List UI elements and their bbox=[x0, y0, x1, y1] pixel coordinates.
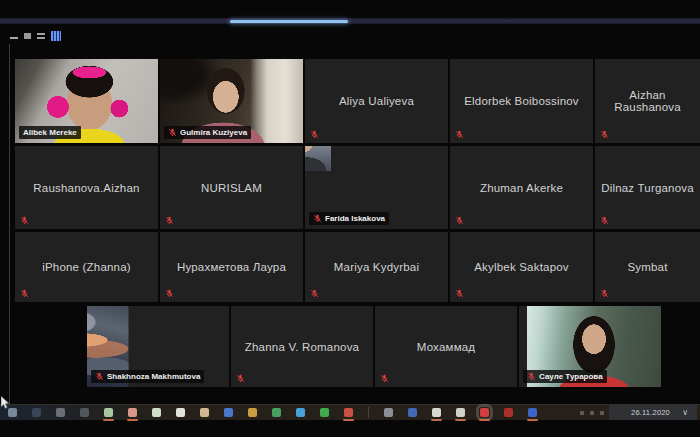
participant-tile[interactable]: Zhanna V. Romanova bbox=[231, 306, 373, 387]
chevron-down-icon[interactable]: ∨ bbox=[682, 405, 688, 420]
participant-row: Raushanova.AizhanNURISLAMFarida Iskakova… bbox=[15, 146, 700, 229]
app-icon-salmon[interactable] bbox=[128, 408, 137, 417]
window-controls bbox=[10, 30, 61, 41]
gallery-view-icon[interactable] bbox=[51, 31, 61, 41]
participant-tile[interactable]: iPhone (Zhanna) bbox=[15, 232, 158, 302]
muted-mic-icon bbox=[20, 216, 29, 225]
folder-icon-yellow[interactable] bbox=[248, 408, 257, 417]
participant-tile[interactable]: NURISLAM bbox=[160, 146, 303, 229]
participant-tile[interactable]: Мохаммад bbox=[375, 306, 517, 387]
whatsapp-icon-green[interactable] bbox=[320, 408, 329, 417]
meeting-window: Alibek MerekeGulmira KuziyevaAliya Ualiy… bbox=[0, 0, 700, 437]
muted-mic-icon bbox=[236, 374, 245, 383]
running-app-underline bbox=[127, 419, 138, 421]
participant-tile[interactable]: Farida Iskakova bbox=[305, 146, 448, 229]
participant-name: Zhanna V. Romanova bbox=[231, 306, 373, 387]
muted-mic-icon bbox=[95, 372, 104, 381]
taskbar-tray-icons[interactable] bbox=[580, 411, 604, 415]
muted-mic-icon bbox=[313, 214, 322, 223]
app-icon-blue[interactable] bbox=[408, 408, 417, 417]
video-feed bbox=[305, 146, 331, 171]
search-icon[interactable] bbox=[32, 408, 41, 417]
browser-icon-blue[interactable] bbox=[224, 408, 233, 417]
app-icon-red[interactable] bbox=[344, 408, 353, 417]
muted-mic-icon bbox=[380, 374, 389, 383]
participant-name: Alibek Mereke bbox=[23, 128, 77, 137]
participant-name: Dilnaz Turganova bbox=[595, 146, 700, 229]
participant-name-label: Gulmira Kuziyeva bbox=[164, 126, 251, 139]
participant-tile[interactable]: Mariya Kydyrbai bbox=[305, 232, 448, 302]
taskbar-date[interactable]: 26.11.2020 bbox=[631, 405, 670, 420]
muted-mic-icon bbox=[600, 289, 609, 298]
app-icon-white[interactable] bbox=[176, 408, 185, 417]
muted-mic-icon bbox=[165, 289, 174, 298]
running-app-underline bbox=[527, 419, 538, 421]
participant-tile[interactable]: Сауле Турарова bbox=[519, 306, 661, 387]
muted-mic-icon bbox=[455, 289, 464, 298]
participant-name-label: Сауле Турарова bbox=[523, 370, 607, 383]
skype-icon-blue[interactable] bbox=[296, 408, 305, 417]
menu-icon[interactable] bbox=[37, 33, 45, 39]
participant-name-label: Shakhnoza Makhmutova bbox=[91, 370, 204, 383]
running-app-underline bbox=[479, 419, 490, 421]
muted-mic-icon bbox=[310, 289, 319, 298]
participant-tile[interactable]: Aliya Ualiyeva bbox=[305, 59, 448, 143]
participant-name: Zhuman Akerke bbox=[450, 146, 593, 229]
participant-tile[interactable]: Akylbek Saktapov bbox=[450, 232, 593, 302]
running-app-underline bbox=[431, 419, 442, 421]
muted-mic-icon bbox=[165, 216, 174, 225]
windows-taskbar: 26.11.2020 ∨ bbox=[0, 404, 700, 420]
muted-mic-icon bbox=[455, 130, 464, 139]
participant-name-label: Alibek Mereke bbox=[19, 126, 81, 139]
app-icon-gray[interactable] bbox=[384, 408, 393, 417]
participant-name-label: Farida Iskakova bbox=[309, 212, 389, 225]
participant-name: iPhone (Zhanna) bbox=[15, 232, 158, 302]
participant-row: Shakhnoza MakhmutovaZhanna V. RomanovaМо… bbox=[87, 306, 661, 387]
participant-row: Alibek MerekeGulmira KuziyevaAliya Ualiy… bbox=[15, 59, 700, 143]
tray-arrow-icon[interactable] bbox=[56, 408, 65, 417]
participant-tile[interactable]: Zhuman Akerke bbox=[450, 146, 593, 229]
participant-name: Symbat bbox=[595, 232, 700, 302]
participant-name: Нурахметова Лаура bbox=[160, 232, 303, 302]
restore-icon[interactable] bbox=[24, 33, 31, 39]
mouse-cursor bbox=[1, 396, 11, 409]
video-progress-fill bbox=[230, 20, 348, 23]
spreadsheet-icon-green[interactable] bbox=[272, 408, 281, 417]
muted-mic-icon bbox=[600, 216, 609, 225]
participant-name: Mariya Kydyrbai bbox=[305, 232, 448, 302]
participant-name: Shakhnoza Makhmutova bbox=[107, 372, 200, 381]
app-icon[interactable] bbox=[80, 408, 89, 417]
participant-name: Akylbek Saktapov bbox=[450, 232, 593, 302]
participant-tile[interactable]: Raushanova.Aizhan bbox=[15, 146, 158, 229]
muted-mic-icon bbox=[20, 289, 29, 298]
app-icon-white[interactable] bbox=[432, 408, 441, 417]
app-icon-white[interactable] bbox=[456, 408, 465, 417]
muted-mic-icon bbox=[168, 128, 177, 137]
app-icon-mint[interactable] bbox=[152, 408, 161, 417]
participant-tile[interactable]: Symbat bbox=[595, 232, 700, 302]
participant-name: Eldorbek Boibossinov bbox=[450, 59, 593, 143]
tray-icon[interactable] bbox=[590, 411, 594, 415]
video-progress-track[interactable] bbox=[0, 18, 700, 24]
participant-tile[interactable]: Dilnaz Turganova bbox=[595, 146, 700, 229]
start-icon[interactable] bbox=[8, 408, 17, 417]
minimize-icon[interactable] bbox=[10, 37, 18, 39]
app-icon-green[interactable] bbox=[104, 408, 113, 417]
participant-tile[interactable]: Aizhan Raushanova bbox=[595, 59, 700, 143]
participant-tile[interactable]: Eldorbek Boibossinov bbox=[450, 59, 593, 143]
participant-name: Raushanova.Aizhan bbox=[15, 146, 158, 229]
participant-tile[interactable]: Gulmira Kuziyeva bbox=[160, 59, 303, 143]
tray-icon[interactable] bbox=[600, 411, 604, 415]
app-icon-beige[interactable] bbox=[200, 408, 209, 417]
participant-tile[interactable]: Нурахметова Лаура bbox=[160, 232, 303, 302]
app-icon-darkred[interactable] bbox=[504, 408, 513, 417]
running-app-underline bbox=[455, 419, 466, 421]
participant-name: Gulmira Kuziyeva bbox=[180, 128, 247, 137]
tray-icon[interactable] bbox=[580, 411, 584, 415]
participant-tile[interactable]: Alibek Mereke bbox=[15, 59, 158, 143]
app-icon-blue[interactable] bbox=[528, 408, 537, 417]
taskbar-divider bbox=[368, 407, 369, 418]
running-app-underline bbox=[103, 419, 114, 421]
zoom-app-icon[interactable] bbox=[480, 408, 489, 417]
participant-tile[interactable]: Shakhnoza Makhmutova bbox=[87, 306, 229, 387]
